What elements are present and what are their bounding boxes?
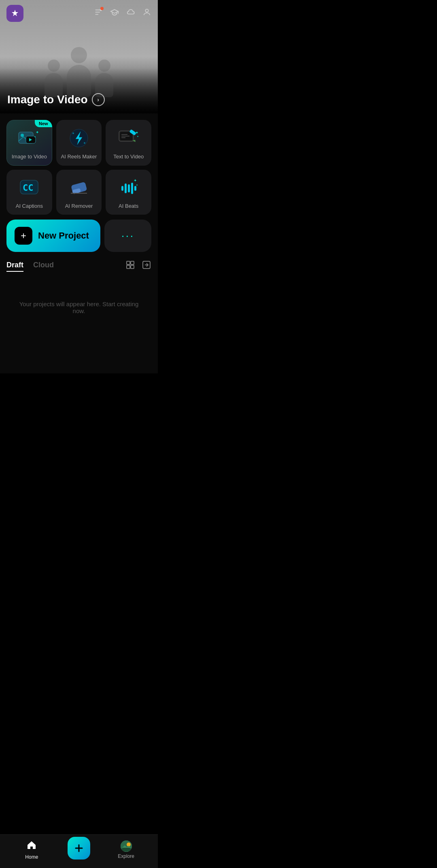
svg-rect-33 bbox=[134, 186, 136, 191]
tab-draft[interactable]: Draft bbox=[6, 261, 23, 272]
topbar-icons bbox=[94, 8, 151, 19]
image-to-video-icon: ✦ ✦ bbox=[18, 127, 40, 149]
new-badge: New bbox=[35, 120, 52, 127]
cloud-icon[interactable] bbox=[126, 8, 135, 19]
tool-card-ai-beats[interactable]: ✦ ✦ AI Beats bbox=[106, 170, 151, 215]
tool-label-image-to-video: Image to Video bbox=[12, 154, 47, 160]
section-title-area: Image to Video › bbox=[0, 87, 158, 113]
ai-reels-maker-icon bbox=[68, 127, 90, 149]
svg-text:✦: ✦ bbox=[134, 178, 137, 183]
topbar bbox=[0, 0, 158, 27]
svg-rect-37 bbox=[131, 261, 134, 264]
empty-state-text: Your projects will appear here. Start cr… bbox=[19, 301, 139, 314]
profile-icon[interactable] bbox=[142, 8, 151, 19]
text-to-video-icon: ✦ ✦ bbox=[117, 127, 140, 149]
tool-label-ai-beats: AI Beats bbox=[119, 203, 138, 209]
svg-text:✦: ✦ bbox=[36, 130, 39, 134]
svg-rect-31 bbox=[128, 184, 130, 192]
svg-rect-29 bbox=[121, 186, 123, 191]
share-icon[interactable] bbox=[142, 260, 151, 272]
svg-text:CC: CC bbox=[23, 183, 34, 193]
new-project-label: New Project bbox=[38, 230, 89, 241]
ai-beats-icon: ✦ ✦ bbox=[117, 176, 140, 199]
svg-text:✦: ✦ bbox=[136, 184, 138, 186]
more-dots: ··· bbox=[121, 229, 134, 242]
svg-rect-36 bbox=[127, 261, 130, 264]
svg-rect-30 bbox=[125, 183, 127, 193]
tool-label-ai-remover: AI Remover bbox=[65, 203, 93, 209]
app-logo[interactable] bbox=[6, 5, 23, 22]
section-title-text: Image to Video bbox=[7, 93, 88, 106]
hero-banner: Image to Video › bbox=[0, 0, 158, 113]
ai-captions-icon: CC bbox=[18, 176, 40, 199]
bottom-tools-row: + New Project ··· bbox=[6, 220, 151, 252]
tabs-right bbox=[125, 260, 151, 272]
more-button[interactable]: ··· bbox=[104, 220, 151, 252]
new-project-button[interactable]: + New Project bbox=[6, 220, 100, 252]
main-content: New ✦ ✦ Image to Video bbox=[0, 113, 158, 373]
tool-card-image-to-video[interactable]: New ✦ ✦ Image to Video bbox=[6, 120, 52, 166]
svg-rect-38 bbox=[127, 265, 130, 269]
graduation-icon[interactable] bbox=[110, 8, 119, 19]
filter-icon[interactable] bbox=[94, 8, 103, 19]
tab-cloud[interactable]: Cloud bbox=[33, 261, 54, 272]
svg-text:✦: ✦ bbox=[137, 135, 139, 138]
tabs-row: Draft Cloud bbox=[6, 260, 151, 272]
svg-rect-39 bbox=[131, 265, 134, 269]
new-project-plus-icon: + bbox=[15, 227, 32, 245]
svg-text:✦: ✦ bbox=[34, 136, 36, 138]
svg-text:✦: ✦ bbox=[135, 130, 138, 135]
svg-point-14 bbox=[84, 142, 85, 144]
svg-point-5 bbox=[145, 9, 148, 12]
tools-grid: New ✦ ✦ Image to Video bbox=[6, 120, 151, 215]
tool-label-ai-reels-maker: AI Reels Maker bbox=[61, 154, 97, 160]
tool-card-ai-remover[interactable]: AI Remover bbox=[56, 170, 102, 215]
tool-card-text-to-video[interactable]: ✦ ✦ Text to Video bbox=[106, 120, 151, 166]
tool-label-ai-captions: AI Captions bbox=[16, 203, 43, 209]
tool-card-ai-captions[interactable]: CC AI Captions bbox=[6, 170, 52, 215]
section-title-arrow[interactable]: › bbox=[92, 93, 105, 106]
notification-dot bbox=[100, 7, 104, 10]
tool-card-ai-reels-maker[interactable]: AI Reels Maker bbox=[56, 120, 102, 166]
svg-point-13 bbox=[72, 132, 74, 134]
section-title: Image to Video › bbox=[7, 93, 151, 106]
tool-label-text-to-video: Text to Video bbox=[113, 154, 144, 160]
ai-remover-icon bbox=[68, 176, 90, 199]
empty-state: Your projects will appear here. Start cr… bbox=[6, 280, 151, 335]
grid-view-icon[interactable] bbox=[125, 260, 135, 272]
svg-rect-32 bbox=[131, 183, 133, 194]
svg-point-7 bbox=[21, 134, 24, 137]
tabs-left: Draft Cloud bbox=[6, 261, 54, 272]
